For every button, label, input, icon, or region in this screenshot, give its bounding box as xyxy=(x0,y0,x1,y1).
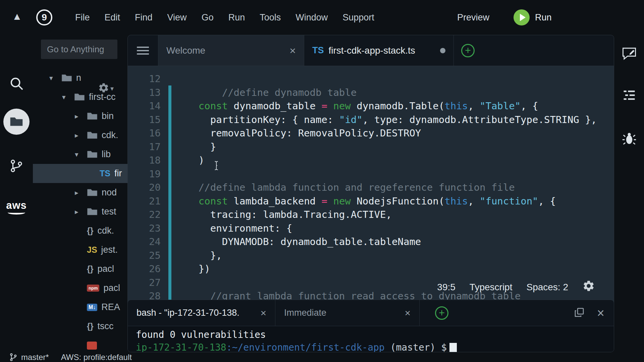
tree-item-first-cc[interactable]: ▾first-cc xyxy=(33,87,127,107)
line-number: 12 xyxy=(128,72,161,86)
line-number: 14 xyxy=(128,99,161,113)
menu-find[interactable]: Find xyxy=(135,12,153,23)
code-editor[interactable]: 1213141516171819202122232425262728 //def… xyxy=(128,66,614,339)
code-line: const dynamodb_table = new dynamodb.Tabl… xyxy=(175,99,597,113)
tree-item-label: lib xyxy=(102,149,111,160)
menu-view[interactable]: View xyxy=(167,12,187,23)
folder-icon xyxy=(87,207,98,216)
tree-item-label: pacl xyxy=(103,283,120,293)
tab-label: first-cdk-app-stack.ts xyxy=(329,45,415,56)
line-number: 24 xyxy=(128,235,161,249)
terminal-tab-bash-ip-172-31-70-138-[interactable]: bash - "ip-172-31-70-138.× xyxy=(128,300,275,326)
aws-profile-label[interactable]: AWS: profile:default xyxy=(61,353,132,362)
tree-item-pacl[interactable]: npmpacl xyxy=(33,279,127,298)
git-branch-label[interactable]: master* xyxy=(21,353,49,362)
line-number: 22 xyxy=(128,208,161,222)
new-tab-button[interactable]: + xyxy=(461,44,475,57)
tree-item-pacl[interactable]: {}pacl xyxy=(33,259,127,279)
tree-item-label: n xyxy=(76,73,81,83)
tree-item-label: pacl xyxy=(97,264,114,274)
tab-list-menu-icon[interactable] xyxy=(137,47,149,55)
line-number: 21 xyxy=(128,194,161,208)
close-tab-icon[interactable]: × xyxy=(405,308,411,318)
line-number: 17 xyxy=(128,140,161,154)
code-line: ) xyxy=(175,154,597,167)
chevron-right-icon[interactable]: ▸ xyxy=(75,208,87,216)
menu-collapse-icon[interactable]: ▲ xyxy=(12,11,22,22)
editor-settings-gear-icon[interactable] xyxy=(582,280,595,295)
tree-item-cdk-[interactable]: {}cdk. xyxy=(33,221,127,240)
tree-item-lib[interactable]: ▾lib xyxy=(33,145,127,164)
maximize-panel-icon[interactable] xyxy=(574,307,585,319)
status-bar: master* AWS: profile:default xyxy=(0,352,644,362)
tree-item-nod[interactable]: ▸nod xyxy=(33,183,127,202)
tree-item-jest-[interactable]: JSjest. xyxy=(33,240,127,259)
chevron-down-icon[interactable]: ▾ xyxy=(49,74,61,82)
terminal-tab-immediate[interactable]: Immediate× xyxy=(275,300,420,326)
cloud9-logo-icon[interactable]: 9 xyxy=(36,9,52,25)
chevron-right-icon[interactable]: ▸ xyxy=(75,131,87,139)
line-number: 19 xyxy=(128,167,161,181)
tree-item-bin[interactable]: ▸bin xyxy=(33,107,127,126)
close-tab-icon[interactable]: × xyxy=(289,45,296,56)
code-line: const lambda_backend = new NodejsFunctio… xyxy=(175,194,597,208)
chevron-right-icon[interactable]: ▸ xyxy=(75,189,87,197)
close-tab-icon[interactable]: × xyxy=(260,308,266,318)
code-line: } xyxy=(175,140,597,154)
preview-button[interactable]: Preview xyxy=(457,12,489,23)
language-mode[interactable]: Typescript xyxy=(470,282,513,293)
chevron-right-icon[interactable]: ▸ xyxy=(75,112,87,120)
tree-item-test[interactable]: ▸test xyxy=(33,202,127,221)
menu-run[interactable]: Run xyxy=(228,12,245,23)
menu-file[interactable]: File xyxy=(75,12,90,23)
menu-go[interactable]: Go xyxy=(202,12,214,23)
tree-item-label: bin xyxy=(102,111,114,121)
modified-indicator-dot xyxy=(440,48,445,53)
terminal-tabs: bash - "ip-172-31-70-138.×Immediate× xyxy=(128,300,420,326)
new-terminal-button[interactable]: + xyxy=(435,306,448,320)
aws-icon[interactable]: aws xyxy=(0,200,33,215)
outline-icon[interactable] xyxy=(614,88,644,103)
menu-edit[interactable]: Edit xyxy=(105,12,120,23)
menu-window[interactable]: Window xyxy=(296,12,328,23)
code-line xyxy=(175,167,597,181)
play-icon xyxy=(514,9,530,25)
menu-tools[interactable]: Tools xyxy=(260,12,281,23)
tree-item-label: fir xyxy=(114,168,122,179)
code-line: //define lambda function and regeference… xyxy=(175,181,597,194)
close-panel-icon[interactable]: × xyxy=(597,307,604,319)
code-line: DYNAMODB: dynamodb_table.tableName xyxy=(175,235,597,249)
menu-right-group: Preview Run xyxy=(457,0,552,35)
tree-item-fir[interactable]: TSfir xyxy=(33,164,127,183)
run-button[interactable]: Run xyxy=(514,9,552,25)
code-line: partitionKey: { name: "id", type: dynamo… xyxy=(175,113,597,127)
code-line: //define dynamodb table xyxy=(175,86,597,100)
menu-support[interactable]: Support xyxy=(342,12,374,23)
chevron-down-icon[interactable]: ▾ xyxy=(62,93,74,101)
tree-item-tscc[interactable]: {}tscc xyxy=(33,317,127,336)
editor-tab-bar: Welcome×TSfirst-cdk-app-stack.ts + xyxy=(128,35,614,66)
terminal-output[interactable]: found 0 vulnerabilities ip-172-31-70-138… xyxy=(128,326,614,352)
tree-item-n[interactable]: ▾n xyxy=(33,68,127,87)
git-icon[interactable] xyxy=(0,158,33,174)
search-icon[interactable] xyxy=(0,76,33,91)
goto-anything-input[interactable]: Go to Anything xyxy=(41,40,117,59)
tree-item-rea[interactable]: M↓REA xyxy=(33,298,127,317)
files-icon[interactable] xyxy=(0,109,33,135)
collaborate-icon[interactable] xyxy=(614,46,644,61)
editor-status-bar: 39:5 Typescript Spaces: 2 xyxy=(437,280,595,295)
editor-tab-first-cdk-app-stack-ts[interactable]: TSfirst-cdk-app-stack.ts xyxy=(304,35,454,66)
menu-bar: ▲ 9 FileEditFindViewGoRunToolsWindowSupp… xyxy=(0,0,644,35)
cloud9-ide: ▲ 9 FileEditFindViewGoRunToolsWindowSupp… xyxy=(0,0,644,362)
debugger-icon[interactable] xyxy=(614,131,644,146)
tree-item-cdk-[interactable]: ▸cdk. xyxy=(33,126,127,145)
folder-icon xyxy=(74,93,85,102)
chevron-down-icon[interactable]: ▾ xyxy=(75,150,87,159)
mouse-ibeam-cursor xyxy=(214,161,219,172)
prompt-path: :~/environment/first-cdk-app xyxy=(226,342,385,352)
terminal-cursor xyxy=(449,343,457,352)
line-number: 26 xyxy=(128,262,161,276)
indentation-setting[interactable]: Spaces: 2 xyxy=(526,282,568,293)
editor-tab-welcome[interactable]: Welcome× xyxy=(158,35,304,66)
tree-item-partial[interactable] xyxy=(33,336,127,352)
